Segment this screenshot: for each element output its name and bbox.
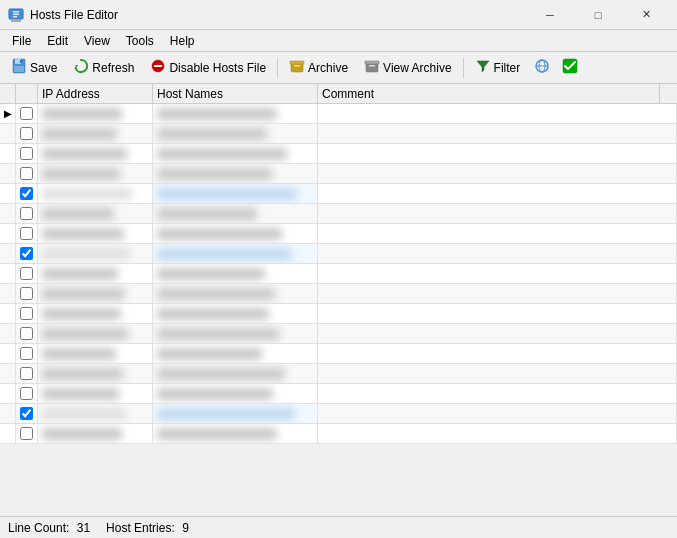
menu-view[interactable]: View (76, 32, 118, 50)
row-checkbox[interactable] (20, 307, 33, 320)
cell-host[interactable] (153, 364, 318, 383)
cell-ip[interactable] (38, 264, 153, 283)
save-button[interactable]: Save (4, 55, 64, 81)
cell-ip[interactable] (38, 424, 153, 443)
cell-ip[interactable] (38, 324, 153, 343)
table-scroll[interactable]: ▶ (0, 104, 677, 516)
row-checkbox[interactable] (20, 187, 33, 200)
cell-comment[interactable] (318, 244, 677, 263)
cell-ip[interactable] (38, 164, 153, 183)
row-checkbox[interactable] (20, 207, 33, 220)
disable-hosts-button[interactable]: Disable Hosts File (143, 55, 273, 81)
cell-comment[interactable] (318, 204, 677, 223)
cell-ip[interactable] (38, 344, 153, 363)
cell-comment[interactable] (318, 424, 677, 443)
cell-ip[interactable] (38, 404, 153, 423)
table-row (0, 184, 677, 204)
title-bar: Hosts File Editor ─ □ ✕ (0, 0, 677, 30)
cell-comment[interactable] (318, 224, 677, 243)
row-checkbox[interactable] (20, 247, 33, 260)
menu-file[interactable]: File (4, 32, 39, 50)
cell-ip[interactable] (38, 244, 153, 263)
cell-host[interactable] (153, 304, 318, 323)
cell-ip[interactable] (38, 144, 153, 163)
menu-edit[interactable]: Edit (39, 32, 76, 50)
cell-host[interactable] (153, 204, 318, 223)
cell-comment[interactable] (318, 284, 677, 303)
checkmark-button[interactable] (557, 55, 583, 81)
filter-label: Filter (494, 61, 521, 75)
row-checkbox[interactable] (20, 407, 33, 420)
table-row (0, 384, 677, 404)
cell-host[interactable] (153, 164, 318, 183)
svg-rect-3 (13, 13, 19, 15)
cell-ip[interactable] (38, 184, 153, 203)
minimize-button[interactable]: ─ (527, 0, 573, 30)
cell-comment[interactable] (318, 124, 677, 143)
cell-ip[interactable] (38, 384, 153, 403)
row-checkbox[interactable] (20, 387, 33, 400)
view-archive-button[interactable]: View Archive (357, 55, 458, 81)
cell-comment[interactable] (318, 184, 677, 203)
row-arrow-indicator (0, 124, 16, 143)
row-checkbox[interactable] (20, 327, 33, 340)
maximize-button[interactable]: □ (575, 0, 621, 30)
row-checkbox-cell (16, 264, 38, 283)
cell-comment[interactable] (318, 324, 677, 343)
cell-host[interactable] (153, 344, 318, 363)
green-icons-button[interactable] (529, 55, 555, 81)
cell-comment[interactable] (318, 264, 677, 283)
row-checkbox[interactable] (20, 267, 33, 280)
cell-comment[interactable] (318, 404, 677, 423)
cell-ip[interactable] (38, 364, 153, 383)
refresh-button[interactable]: Refresh (66, 55, 141, 81)
cell-host[interactable] (153, 284, 318, 303)
cell-comment[interactable] (318, 384, 677, 403)
cell-comment[interactable] (318, 144, 677, 163)
row-checkbox[interactable] (20, 107, 33, 120)
cell-host[interactable] (153, 424, 318, 443)
cell-host[interactable] (153, 244, 318, 263)
cell-ip[interactable] (38, 224, 153, 243)
cell-host[interactable] (153, 404, 318, 423)
row-checkbox-cell (16, 184, 38, 203)
filter-button[interactable]: Filter (468, 55, 528, 81)
row-checkbox[interactable] (20, 167, 33, 180)
row-checkbox[interactable] (20, 347, 33, 360)
cell-ip[interactable] (38, 104, 153, 123)
row-checkbox[interactable] (20, 427, 33, 440)
cell-ip[interactable] (38, 304, 153, 323)
cell-host[interactable] (153, 184, 318, 203)
cell-host[interactable] (153, 264, 318, 283)
row-checkbox-cell (16, 324, 38, 343)
cell-host[interactable] (153, 384, 318, 403)
cell-comment[interactable] (318, 344, 677, 363)
row-checkbox[interactable] (20, 227, 33, 240)
menu-tools[interactable]: Tools (118, 32, 162, 50)
row-checkbox[interactable] (20, 367, 33, 380)
cell-host[interactable] (153, 124, 318, 143)
cell-host[interactable] (153, 144, 318, 163)
arrow-header (0, 84, 16, 103)
cell-comment[interactable] (318, 304, 677, 323)
cell-ip[interactable] (38, 204, 153, 223)
row-checkbox[interactable] (20, 147, 33, 160)
cell-comment[interactable] (318, 164, 677, 183)
app-icon (8, 7, 24, 23)
cell-ip[interactable] (38, 124, 153, 143)
table-row (0, 204, 677, 224)
svg-rect-2 (13, 11, 19, 13)
archive-button[interactable]: Archive (282, 55, 355, 81)
cell-comment[interactable] (318, 364, 677, 383)
menu-help[interactable]: Help (162, 32, 203, 50)
row-checkbox[interactable] (20, 127, 33, 140)
cell-ip[interactable] (38, 284, 153, 303)
cell-host[interactable] (153, 324, 318, 343)
close-button[interactable]: ✕ (623, 0, 669, 30)
save-icon (11, 58, 27, 77)
cell-host[interactable] (153, 224, 318, 243)
cell-host[interactable] (153, 104, 318, 123)
cell-comment[interactable] (318, 104, 677, 123)
filter-icon (475, 58, 491, 77)
row-checkbox[interactable] (20, 287, 33, 300)
